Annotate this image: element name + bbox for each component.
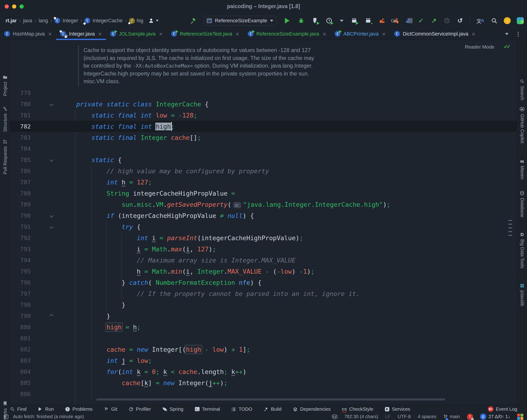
fold-marker[interactable]	[47, 214, 56, 217]
tool-window-event-log[interactable]: 9+ Event Log	[482, 405, 523, 413]
tool-window-checkstyle[interactable]: CSCheckStyle	[336, 405, 379, 413]
tool-strip-big-data-tools[interactable]: DBig Data Tools	[517, 232, 527, 268]
git-commit-icon[interactable]: ✓	[417, 17, 424, 24]
run-with-coverage-button[interactable]	[312, 17, 318, 24]
code-line-800[interactable]: 800 high = h;	[10, 322, 517, 333]
tab-integer-java[interactable]: CInteger.java✕	[56, 28, 106, 40]
tool-strip-structure[interactable]: Structure	[0, 106, 10, 132]
run-button[interactable]	[284, 17, 291, 24]
code-line-785[interactable]: 785 static {	[10, 154, 517, 165]
line-separator[interactable]: LF	[385, 414, 390, 419]
code-line-792[interactable]: 792 int i = parseInt(integerCacheHighPro…	[10, 232, 517, 243]
code-line-779[interactable]: 779	[10, 87, 517, 98]
tabs-kebab-icon[interactable]: ⋮	[515, 31, 521, 37]
code-line-806[interactable]: 806	[10, 388, 517, 399]
toolbox-logo-icon[interactable]	[517, 17, 524, 24]
code-line-794[interactable]: 794 // Maximum array size is Integer.MAX…	[10, 255, 517, 266]
code-line-782[interactable]: 782 static final int high;	[10, 121, 517, 132]
indent-setting[interactable]: 4 spaces	[418, 414, 436, 419]
profiler-dropdown-icon[interactable]	[340, 17, 344, 24]
tool-window-run[interactable]: Run	[32, 405, 60, 413]
git-push-icon[interactable]: ↗	[430, 17, 438, 24]
git-history-icon[interactable]	[443, 17, 450, 24]
tool-window-git[interactable]: Git	[98, 405, 123, 413]
tool-window-build[interactable]: Build	[258, 405, 287, 413]
breadcrumb-item-java[interactable]: java	[23, 18, 32, 24]
fold-marker[interactable]	[47, 315, 56, 317]
close-tab-icon[interactable]: ✕	[472, 31, 476, 37]
breadcrumb-item-hig[interactable]: fhig	[129, 18, 143, 24]
code-line-780[interactable]: 780 private static class IntegerCache {	[10, 98, 517, 110]
breadcrumb-item-integercache[interactable]: CIntegerCache	[84, 18, 122, 24]
code-line-783[interactable]: 783 static final Integer cache[];	[10, 132, 517, 143]
tool-window-profiler[interactable]: Profiler	[123, 405, 156, 413]
close-tab-icon[interactable]: ✕	[382, 31, 386, 37]
code-line-797[interactable]: 797 // If the property cannot be parsed …	[10, 288, 517, 299]
breadcrumb-item-integer[interactable]: CInteger	[55, 18, 78, 24]
code-line-796[interactable]: 796 } catch( NumberFormatException nfe) …	[10, 277, 517, 288]
tool-strip-pull-requests[interactable]: Pull Requests	[0, 139, 10, 174]
tab-hashmap-java[interactable]: CHashMap.java✕	[0, 28, 56, 40]
close-tab-icon[interactable]: ✕	[322, 31, 326, 37]
git-update-icon[interactable]: ↙	[405, 17, 411, 24]
code-line-795[interactable]: 795 h = Math.min(i, Integer.MAX_VALUE - …	[10, 266, 517, 277]
tool-window-todo[interactable]: TODO	[226, 405, 258, 413]
reader-mode-user-menu[interactable]	[148, 18, 159, 23]
tab-referencesizeexample-java[interactable]: CReferenceSizeExample.java✕	[243, 28, 330, 40]
horizontal-scrollbar[interactable]	[96, 399, 445, 400]
reader-mode-label[interactable]: Reader Mode	[465, 44, 494, 50]
tool-window-dependencies[interactable]: Dependencies	[287, 405, 336, 413]
code-line-784[interactable]: 784	[10, 143, 517, 154]
code-line-791[interactable]: 791 try {	[10, 221, 517, 232]
code-line-805[interactable]: 805 cache[k] = new Integer(j++);	[10, 377, 517, 388]
code-line-790[interactable]: 790 if (integerCacheHighPropValue ≠ null…	[10, 210, 517, 221]
code-line-802[interactable]: 802 cache = new Integer[(high - low) + 1…	[10, 344, 517, 355]
code-lines[interactable]: 779780 private static class IntegerCache…	[10, 87, 517, 399]
tab-abcprinter-java[interactable]: CABCPrinter.java✕	[330, 28, 390, 40]
chip-run-button[interactable]	[351, 17, 358, 24]
tool-strip-jclasslib[interactable]: jclasslib	[517, 284, 527, 306]
git-branch-widget[interactable]: main	[443, 414, 460, 420]
tool-window-terminal[interactable]: >_Terminal	[189, 405, 226, 413]
code-line-803[interactable]: 803 int j = low;	[10, 355, 517, 366]
code-editor[interactable]: Reader Mode ✓✓ Cache to support the obje…	[10, 40, 517, 405]
breadcrumb-item-lang[interactable]: lang	[39, 18, 48, 24]
tab-jolsample-java[interactable]: CJOLSample.java✕	[106, 28, 167, 40]
upload-circle-icon[interactable]: ↑	[504, 17, 511, 24]
code-line-799[interactable]: 799 }	[10, 310, 517, 322]
close-tab-icon[interactable]: ✕	[236, 31, 240, 37]
tool-window-spring[interactable]: Spring	[156, 405, 189, 413]
file-encoding[interactable]: UTF-8	[397, 414, 411, 419]
breadcrumb-item-rt-jar[interactable]: rt.jar	[6, 18, 17, 24]
code-line-786[interactable]: 786 // high value may be configured by p…	[10, 165, 517, 177]
tool-window-problems[interactable]: !Problems	[60, 405, 98, 413]
fold-marker[interactable]	[47, 158, 56, 161]
copilot-status-icon[interactable]	[332, 415, 338, 419]
tab-referencesizetest-java[interactable]: CReferenceSizeTest.java✕	[167, 28, 244, 40]
tab-dictcommonserviceimpl-java[interactable]: CDictCommonServiceImpl.java✕	[390, 28, 480, 40]
git-rollback-icon[interactable]: ↺	[457, 17, 463, 24]
translate-icon[interactable]: 文A	[476, 17, 485, 24]
run-configuration-select[interactable]: ReferenceSizeExample	[204, 16, 277, 26]
tool-strip-project[interactable]: Project	[0, 75, 10, 96]
close-tab-icon[interactable]: ✕	[48, 31, 52, 37]
close-tab-icon[interactable]: ✕	[159, 31, 163, 37]
tabs-dropdown-icon[interactable]	[505, 33, 508, 35]
build-hammer-icon[interactable]	[189, 17, 197, 24]
status-message[interactable]: Auto fetch: finished (a minute ago)	[13, 414, 84, 419]
tool-window-services[interactable]: Services	[379, 405, 416, 413]
code-line-787[interactable]: 787 int h = 127;	[10, 177, 517, 188]
tool-strip-github-copilot[interactable]: GitHub Copilot	[517, 107, 527, 143]
code-line-793[interactable]: 793 i = Math.max(i, 127);	[10, 243, 517, 255]
fold-marker[interactable]	[47, 225, 56, 228]
tool-strip-database[interactable]: Database	[517, 191, 527, 217]
code-line-781[interactable]: 781 static final int low = -128;	[10, 110, 517, 121]
profiler-button[interactable]	[326, 17, 333, 24]
code-line-804[interactable]: 804 for(int k = 0; k < cache.length; k++…	[10, 366, 517, 377]
error-status-icon[interactable]: !⚙	[467, 414, 473, 420]
chip-debug-button[interactable]: ●	[365, 17, 372, 24]
colorful-grid-icon[interactable]	[517, 414, 523, 420]
close-tab-icon[interactable]: ✕	[98, 31, 102, 37]
inspections-ok-icon[interactable]: ✓✓	[504, 44, 509, 50]
tool-strip-search[interactable]: Search	[517, 79, 527, 100]
